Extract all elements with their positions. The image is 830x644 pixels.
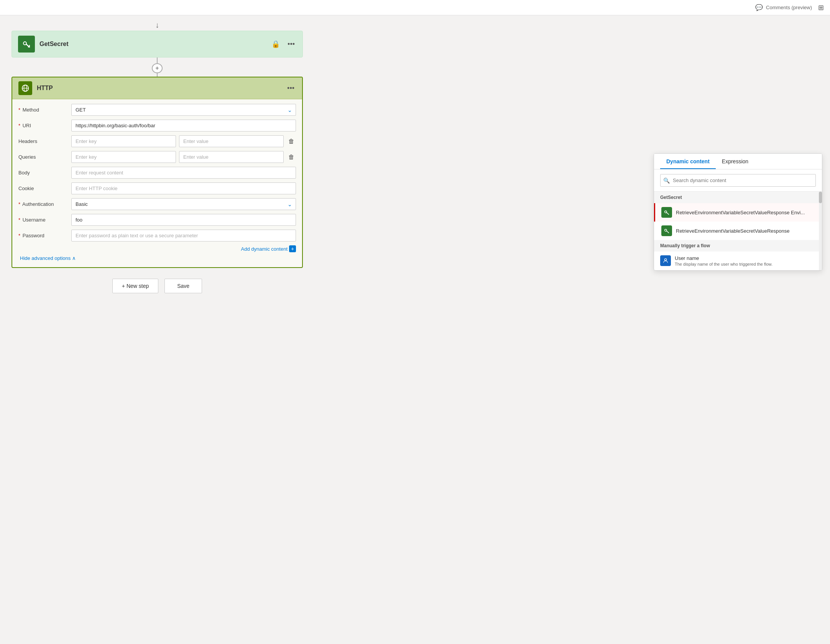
comments-label: Comments (preview): [766, 5, 812, 10]
username-input[interactable]: [71, 214, 296, 226]
queries-delete-btn[interactable]: 🗑: [287, 152, 296, 162]
toggle-button[interactable]: ⊞: [818, 3, 824, 12]
item2-icon: [661, 225, 672, 236]
dynamic-item-1[interactable]: RetrieveEnvironmentVariableSecretValueRe…: [654, 203, 822, 222]
item-username-content: User name The display name of the user w…: [675, 255, 816, 266]
top-bar-right: 💬 Comments (preview) ⊞: [755, 3, 824, 12]
connector-line-bottom: [157, 73, 158, 77]
scrollbar-thumb[interactable]: [819, 192, 822, 203]
getsecret-more-btn[interactable]: •••: [286, 39, 296, 50]
section-manually-trigger: Manually trigger a flow: [654, 240, 822, 251]
uri-input[interactable]: [71, 120, 296, 131]
new-step-button[interactable]: + New step: [112, 279, 158, 293]
plus-icon: +: [155, 65, 159, 72]
getsecret-actions: 🔒 •••: [270, 38, 296, 50]
arrow-down-top: ↓: [12, 19, 303, 31]
connector-line-top: [157, 58, 158, 63]
password-label: * Password: [18, 233, 68, 238]
queries-label: Queries: [18, 154, 68, 160]
queries-key-input[interactable]: [71, 151, 176, 163]
username-required: *: [18, 217, 20, 223]
headers-value-input[interactable]: [179, 135, 284, 147]
add-dynamic-label: Add dynamic content: [241, 246, 288, 252]
http-body: * Method GET POST PUT DELETE PATCH ⌄: [12, 99, 302, 267]
body-row: Body: [18, 167, 296, 179]
new-step-label: + New step: [122, 283, 149, 289]
hide-advanced-btn[interactable]: Hide advanced options ∧: [18, 255, 296, 261]
dynamic-content-list: GetSecret RetrieveEnvironmentVariableSec…: [654, 192, 822, 270]
item-username-icon: [660, 255, 671, 266]
getsecret-icon: [18, 36, 35, 53]
add-dynamic-link[interactable]: Add dynamic content +: [241, 245, 296, 252]
search-icon: 🔍: [663, 177, 670, 184]
http-more-btn[interactable]: •••: [286, 83, 296, 94]
item1-icon: [661, 207, 672, 218]
save-label: Save: [177, 283, 189, 289]
svg-line-8: [666, 212, 669, 214]
item2-label: RetrieveEnvironmentVariableSecretValueRe…: [676, 228, 816, 234]
auth-required: *: [18, 201, 20, 207]
auth-select-wrapper: Basic None Client Certificate Active Dir…: [71, 198, 296, 210]
panel-scrollbar[interactable]: [819, 192, 822, 270]
dynamic-content-panel: Dynamic content Expression 🔍 GetSecret: [654, 153, 822, 271]
getsecret-title: GetSecret: [39, 41, 265, 48]
item1-label: RetrieveEnvironmentVariableSecretValueRe…: [676, 210, 816, 215]
section-manually-label: Manually trigger a flow: [660, 243, 710, 248]
method-label: * Method: [18, 107, 68, 113]
headers-row: Headers 🗑: [18, 135, 296, 147]
dynamic-search-input[interactable]: [660, 174, 816, 187]
item-username-title: User name: [675, 255, 816, 261]
password-row: * Password: [18, 230, 296, 242]
comments-icon: 💬: [755, 4, 763, 11]
http-step-header: HTTP •••: [12, 77, 302, 99]
svg-point-11: [664, 259, 666, 261]
password-input[interactable]: [71, 230, 296, 242]
authentication-select[interactable]: Basic None Client Certificate Active Dir…: [71, 198, 296, 210]
item-username-desc: The display name of the user who trigger…: [675, 262, 816, 266]
canvas: ↓ GetSecret 🔒 ••• +: [0, 15, 830, 644]
add-step-btn[interactable]: +: [152, 63, 163, 73]
authentication-label: * Authentication: [18, 201, 68, 207]
chevron-up-icon: ∧: [72, 255, 76, 261]
method-select[interactable]: GET POST PUT DELETE PATCH: [71, 104, 296, 116]
password-required: *: [18, 233, 20, 238]
top-bar: 💬 Comments (preview) ⊞: [0, 0, 830, 15]
cookie-row: Cookie: [18, 182, 296, 194]
username-row: * Username: [18, 214, 296, 226]
headers-key-input[interactable]: [71, 135, 176, 147]
body-input[interactable]: [71, 167, 296, 179]
queries-value-input[interactable]: [179, 151, 284, 163]
getsecret-lock-btn[interactable]: 🔒: [270, 38, 281, 50]
comments-section[interactable]: 💬 Comments (preview): [755, 4, 812, 11]
authentication-row: * Authentication Basic None Client Certi…: [18, 198, 296, 210]
action-buttons: + New step Save: [12, 279, 303, 293]
username-label: * Username: [18, 217, 68, 223]
headers-label: Headers: [18, 138, 68, 144]
hide-advanced-label: Hide advanced options: [20, 255, 71, 261]
tab-dynamic-content[interactable]: Dynamic content: [660, 154, 716, 169]
getsecret-step: GetSecret 🔒 •••: [12, 31, 303, 58]
dynamic-panel-tabs: Dynamic content Expression: [654, 154, 822, 169]
save-button[interactable]: Save: [164, 279, 202, 293]
dynamic-item-2[interactable]: RetrieveEnvironmentVariableSecretValueRe…: [654, 222, 822, 240]
headers-delete-btn[interactable]: 🗑: [287, 136, 296, 146]
search-wrapper: 🔍: [660, 174, 816, 187]
uri-row: * URI: [18, 120, 296, 131]
add-dynamic-row: Add dynamic content +: [18, 245, 296, 252]
arrow-symbol: ↓: [155, 21, 159, 30]
method-row: * Method GET POST PUT DELETE PATCH ⌄: [18, 104, 296, 116]
tab-expression-label: Expression: [722, 158, 748, 164]
tab-expression[interactable]: Expression: [716, 154, 754, 169]
cookie-label: Cookie: [18, 186, 68, 191]
dynamic-item-username[interactable]: User name The display name of the user w…: [654, 251, 822, 270]
tab-dynamic-label: Dynamic content: [666, 158, 710, 164]
section-getsecret: GetSecret: [654, 192, 822, 203]
svg-line-1: [26, 44, 30, 47]
dynamic-search-row: 🔍: [654, 169, 822, 192]
http-title: HTTP: [37, 85, 281, 92]
http-icon: [18, 81, 32, 95]
add-dynamic-badge: +: [289, 245, 296, 252]
cookie-input[interactable]: [71, 182, 296, 194]
queries-row: Queries 🗑: [18, 151, 296, 163]
method-select-wrapper: GET POST PUT DELETE PATCH ⌄: [71, 104, 296, 116]
